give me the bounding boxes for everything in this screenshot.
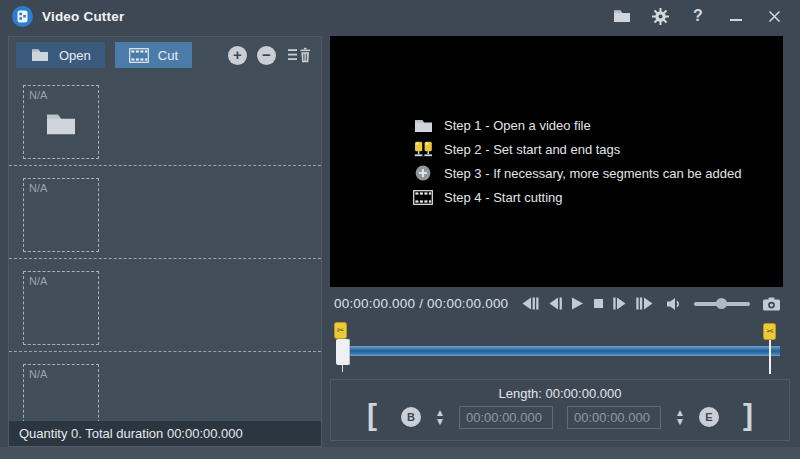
- cut-settings-panel: Length: 00:00:00.000 [ B ▲ ▼ ▲ ▼ E ]: [330, 379, 790, 441]
- step-text: Step 3 - If necessary, more segments can…: [444, 166, 741, 181]
- end-time-stepper[interactable]: ▲ ▼: [675, 408, 685, 426]
- main-area: Open Cut + −: [0, 32, 800, 447]
- segment-slot-4[interactable]: N/A: [9, 352, 321, 421]
- playhead-handle[interactable]: [336, 339, 350, 365]
- folder-icon: [46, 112, 76, 135]
- segment-slot-3[interactable]: N/A: [9, 259, 321, 352]
- titlebar: Video Cutter ?: [0, 0, 800, 32]
- step-forward-icon[interactable]: [613, 297, 627, 310]
- player-panel: Step 1 - Open a video file Step 2 - Set …: [330, 36, 792, 447]
- clear-list-icon[interactable]: [288, 47, 311, 63]
- start-tag-flag[interactable]: ✂: [334, 322, 347, 339]
- step-text: Step 4 - Start cutting: [444, 190, 563, 205]
- segment-label: N/A: [29, 89, 47, 101]
- segment-thumbnail: N/A: [23, 85, 99, 159]
- set-begin-button[interactable]: B: [401, 407, 421, 427]
- seek-bar[interactable]: ✂ ✂: [330, 320, 792, 379]
- segment-label: N/A: [29, 182, 47, 194]
- end-time-input[interactable]: [567, 406, 661, 429]
- stop-icon[interactable]: [593, 297, 604, 310]
- step-back-icon[interactable]: [548, 297, 562, 310]
- end-tag-flag[interactable]: ✂: [763, 323, 776, 340]
- open-button[interactable]: Open: [16, 42, 105, 68]
- step-text: Step 1 - Open a video file: [444, 118, 591, 133]
- folder-icon[interactable]: [612, 6, 632, 26]
- add-circle-icon: [413, 165, 433, 181]
- segments-panel: Open Cut + −: [8, 36, 322, 447]
- cut-button[interactable]: Cut: [115, 42, 192, 68]
- playback-buttons: [522, 297, 780, 311]
- open-bracket: [: [367, 403, 377, 431]
- status-bar: Quantity 0. Total duration 00:00:00.000: [9, 421, 321, 446]
- segment-thumbnail: N/A: [23, 364, 99, 421]
- jump-forward-icon[interactable]: [636, 297, 653, 310]
- titlebar-actions: ?: [612, 6, 784, 26]
- cut-button-label: Cut: [158, 48, 178, 63]
- volume-icon[interactable]: [666, 297, 681, 311]
- segment-label: N/A: [29, 368, 47, 380]
- segment-slot-2[interactable]: N/A: [9, 166, 321, 259]
- film-icon: [413, 190, 433, 205]
- length-text: Length: 00:00:00.000: [499, 386, 622, 401]
- playhead-tick: [342, 365, 343, 372]
- close-icon[interactable]: [764, 6, 784, 26]
- gear-icon[interactable]: [650, 6, 670, 26]
- minimize-icon[interactable]: [726, 6, 746, 26]
- segment-thumbnail: N/A: [23, 178, 99, 252]
- step-row-3: Step 3 - If necessary, more segments can…: [413, 161, 783, 185]
- play-icon[interactable]: [571, 297, 584, 310]
- end-tag-line: [769, 340, 771, 374]
- add-segment-icon[interactable]: +: [228, 46, 247, 65]
- segment-slot-1[interactable]: N/A: [9, 73, 321, 166]
- time-display: 00:00:00.000 / 00:00:00.000: [334, 296, 508, 311]
- scissors-icon: ✂: [766, 327, 774, 336]
- step-row-2: Step 2 - Set start and end tags: [413, 137, 783, 161]
- stepper-down-icon[interactable]: ▼: [435, 417, 445, 426]
- segment-label: N/A: [29, 275, 47, 287]
- film-icon: [129, 48, 149, 63]
- close-bracket: ]: [743, 403, 753, 431]
- window-bottom-edge: [0, 447, 800, 459]
- seek-track[interactable]: [337, 346, 780, 356]
- app-logo-icon: [12, 6, 33, 27]
- remove-segment-icon[interactable]: −: [257, 46, 276, 65]
- open-button-label: Open: [59, 48, 91, 63]
- folder-icon: [30, 48, 50, 62]
- start-end-tags-icon: [413, 141, 433, 157]
- folder-icon: [413, 118, 433, 133]
- step-row-1: Step 1 - Open a video file: [413, 113, 783, 137]
- set-end-button[interactable]: E: [699, 407, 719, 427]
- segment-thumbnail: N/A: [23, 271, 99, 345]
- volume-knob[interactable]: [716, 298, 727, 309]
- cut-controls: [ B ▲ ▼ ▲ ▼ E ]: [367, 403, 753, 431]
- video-preview: Step 1 - Open a video file Step 2 - Set …: [330, 36, 783, 287]
- help-icon[interactable]: ?: [688, 6, 708, 26]
- scissors-icon: ✂: [337, 326, 345, 335]
- segment-list: N/A N/A N/A: [9, 73, 321, 421]
- jump-back-icon[interactable]: [522, 297, 539, 310]
- app-window: Video Cutter ? Open: [0, 0, 800, 459]
- playback-controls: 00:00:00.000 / 00:00:00.000: [330, 287, 792, 320]
- start-time-stepper[interactable]: ▲ ▼: [435, 408, 445, 426]
- volume-slider[interactable]: [694, 298, 750, 310]
- segment-list-actions: + −: [228, 46, 311, 65]
- start-time-input[interactable]: [459, 406, 553, 429]
- stepper-down-icon[interactable]: ▼: [675, 417, 685, 426]
- segments-toolbar: Open Cut + −: [9, 37, 321, 73]
- snapshot-icon[interactable]: [763, 297, 780, 311]
- page-title: Video Cutter: [42, 9, 124, 24]
- step-text: Step 2 - Set start and end tags: [444, 142, 620, 157]
- step-row-4: Step 4 - Start cutting: [413, 185, 783, 209]
